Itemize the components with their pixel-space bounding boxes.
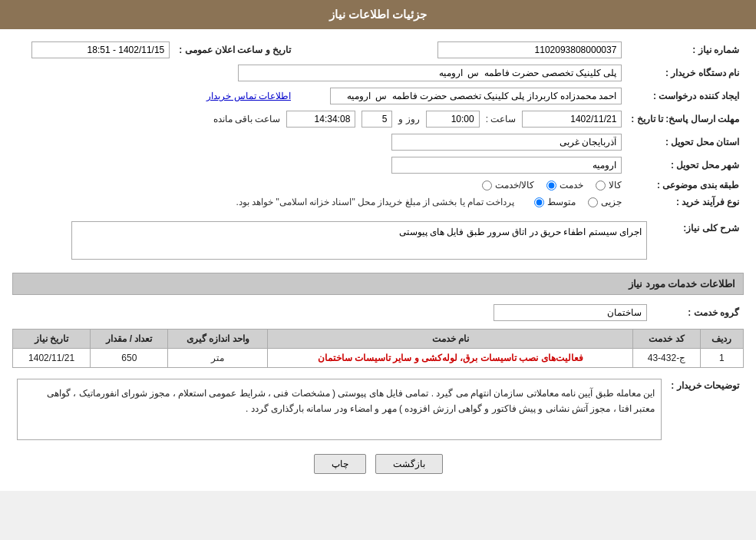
baqimande-input[interactable] xyxy=(286,111,355,128)
cell-vahed: متر xyxy=(168,349,268,368)
sharhKoli-label: شرح کلی نیاز: xyxy=(652,218,744,265)
namDastgah-label: نام دستگاه خریدار : xyxy=(626,61,744,84)
col-tedad: تعداد / مقدار xyxy=(91,330,168,349)
roz-label: روز و xyxy=(398,114,419,124)
mottavasset-radio[interactable] xyxy=(534,197,544,207)
tarikh-aalan-input[interactable] xyxy=(31,41,170,58)
ostan-input[interactable] xyxy=(391,134,622,151)
kala-khadamat-radio[interactable] xyxy=(482,181,492,190)
khadamat-section-title: اطلاعات خدمات مورد نیاز xyxy=(12,273,744,295)
print-button[interactable]: چاپ xyxy=(314,454,366,474)
buttons-row: چاپ بازگشت xyxy=(12,454,744,474)
saat-input[interactable] xyxy=(426,111,480,128)
col-tarikh: تاریخ نیاز xyxy=(13,330,91,349)
kala-option[interactable]: کالا xyxy=(596,180,622,190)
cell-name: فعالیت‌های نصب تاسیسات برق، لوله‌کشی و س… xyxy=(268,349,633,368)
shahr-label: شهر محل تحویل : xyxy=(626,154,744,177)
kala-khadamat-label: کالا/خدمت xyxy=(495,180,534,190)
page-title: جزئیات اطلاعات نیاز xyxy=(0,0,756,29)
saat-label: ساعت : xyxy=(486,114,517,124)
roz-input[interactable] xyxy=(361,111,392,128)
services-table: ردیف کد خدمت نام خدمت واحد اندازه گیری ت… xyxy=(12,329,744,368)
mottavasset-option[interactable]: متوسط xyxy=(534,197,576,207)
tamaskhardar-link[interactable]: اطلاعات تماس خریدار xyxy=(206,91,291,101)
col-radif: ردیف xyxy=(700,330,743,349)
baqimande-label: ساعت باقی مانده xyxy=(213,114,281,124)
shahr-input[interactable] xyxy=(391,157,622,174)
farayand-note: پرداخت تمام یا بخشی از مبلغ خریداز محل "… xyxy=(236,197,514,207)
jozii-option[interactable]: جزیی xyxy=(588,197,622,207)
col-vahed: واحد اندازه گیری xyxy=(168,330,268,349)
col-kod: کد خدمت xyxy=(633,330,700,349)
cell-tarikh: 1402/11/21 xyxy=(13,349,91,368)
khadamat-option[interactable]: خدمت xyxy=(546,180,583,190)
shomareNiaz-input[interactable] xyxy=(437,41,622,58)
jozii-radio[interactable] xyxy=(588,197,598,207)
khadamat-label: خدمت xyxy=(560,180,583,190)
shomareNiaz-label: شماره نیاز : xyxy=(626,38,744,61)
date-input[interactable] xyxy=(522,111,622,128)
tozi-box: این معامله طبق آیین نامه معاملاتی سازمان… xyxy=(17,379,662,440)
cell-radif: 1 xyxy=(700,349,743,368)
noeFarayand-label: نوع فرآیند خرید : xyxy=(626,194,744,210)
kala-radio[interactable] xyxy=(596,181,606,190)
kala-label: کالا xyxy=(609,180,622,190)
khadamat-radio[interactable] xyxy=(546,181,556,190)
namDastgah-input[interactable] xyxy=(238,65,622,81)
cell-kod: ج-432-43 xyxy=(633,349,700,368)
ijadKonande-input[interactable] xyxy=(330,88,622,104)
group-service-input[interactable] xyxy=(494,304,647,321)
ostan-label: استان محل تحویل : xyxy=(626,131,744,154)
cell-tedad: 650 xyxy=(91,349,168,368)
mohlatIrsal-label: مهلت ارسال پاسخ: تا تاریخ : xyxy=(626,108,744,131)
kala-khadamat-option[interactable]: کالا/خدمت xyxy=(482,180,534,190)
tozi-label: توضیحات خریدار : xyxy=(666,376,744,443)
ijadKonande-label: ایجاد کننده درخواست : xyxy=(626,84,744,108)
group-service-label: گروه خدمت : xyxy=(652,301,744,324)
tabaghebandi-label: طبقه بندی موضوعی : xyxy=(626,177,744,194)
back-button[interactable]: بازگشت xyxy=(375,454,443,474)
table-row: 1 ج-432-43 فعالیت‌های نصب تاسیسات برق، ل… xyxy=(13,349,744,368)
tarikh-aalan-label: تاریخ و ساعت اعلان عمومی : xyxy=(174,38,295,61)
sharhKoli-textarea[interactable]: اجرای سیستم اطفاء حریق در اتاق سرور طبق … xyxy=(71,221,647,260)
mottavasset-label: متوسط xyxy=(547,197,576,207)
jozii-label: جزیی xyxy=(601,197,622,207)
col-name: نام خدمت xyxy=(268,330,633,349)
